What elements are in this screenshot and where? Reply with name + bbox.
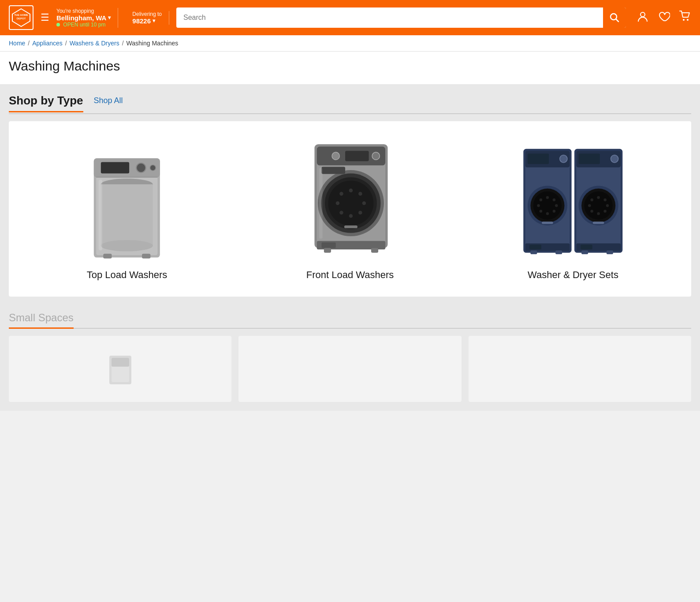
hamburger-menu-icon[interactable]: ☰ [41, 12, 49, 23]
small-spaces-title: Small Spaces [9, 312, 74, 329]
svg-rect-71 [579, 154, 600, 164]
store-info: You're shopping Bellingham, WA ▾ OPEN un… [56, 8, 118, 28]
small-spaces-section: Small Spaces [9, 311, 691, 402]
teaser-card-3[interactable] [469, 336, 691, 402]
top-load-washer-svg [34, 130, 220, 262]
svg-rect-66 [531, 250, 537, 254]
breadcrumb-sep-3: / [122, 40, 124, 47]
svg-rect-41 [322, 167, 346, 174]
svg-point-51 [560, 155, 567, 163]
cart-icon[interactable] [679, 10, 691, 25]
logo-icon: THE HOME DEPOT [11, 7, 32, 28]
svg-point-7 [683, 19, 685, 21]
svg-point-58 [555, 204, 558, 207]
svg-point-59 [553, 210, 555, 212]
zip-chevron-icon: ▾ [153, 18, 155, 24]
svg-point-8 [687, 19, 689, 21]
svg-rect-88 [607, 250, 613, 254]
svg-point-79 [606, 204, 609, 207]
favorites-icon[interactable] [658, 10, 670, 25]
page-title-area: Washing Machines [0, 52, 700, 84]
svg-rect-65 [529, 245, 541, 249]
svg-point-76 [591, 198, 593, 201]
shop-all-link[interactable]: Shop All [94, 96, 123, 109]
product-cards-grid: Top Load Washers [9, 121, 691, 297]
svg-point-77 [597, 196, 600, 199]
svg-point-37 [349, 214, 353, 218]
svg-rect-26 [345, 151, 369, 161]
svg-point-57 [553, 198, 555, 201]
breadcrumb-home[interactable]: Home [9, 40, 25, 47]
search-bar[interactable] [176, 7, 626, 28]
svg-rect-91 [112, 358, 129, 367]
svg-point-82 [591, 210, 593, 212]
svg-rect-67 [555, 250, 562, 254]
svg-rect-12 [101, 162, 129, 174]
svg-point-62 [537, 204, 540, 207]
product-card-washer-dryer-sets[interactable]: Washer & Dryer Sets [464, 130, 682, 288]
svg-rect-86 [581, 245, 592, 249]
breadcrumb-appliances[interactable]: Appliances [32, 40, 63, 47]
search-icon [610, 13, 619, 22]
svg-rect-20 [142, 254, 150, 259]
svg-point-39 [336, 201, 340, 205]
store-chevron-icon: ▾ [108, 15, 111, 21]
svg-point-78 [604, 198, 607, 201]
svg-rect-44 [324, 248, 331, 253]
washer-dryer-set-svg [480, 130, 666, 262]
product-card-front-load[interactable]: Front Load Washers [241, 130, 459, 288]
svg-rect-45 [371, 248, 378, 253]
svg-rect-19 [103, 254, 112, 259]
teaser-card-2[interactable] [238, 336, 461, 402]
svg-point-25 [332, 152, 339, 160]
zip-code[interactable]: 98226 ▾ [132, 17, 162, 25]
front-load-label: Front Load Washers [303, 262, 398, 288]
small-spaces-teaser [9, 336, 691, 402]
svg-point-14 [150, 165, 156, 171]
svg-point-80 [604, 210, 607, 212]
site-header: THE HOME DEPOT ☰ You're shopping Belling… [0, 0, 700, 35]
search-button[interactable] [603, 7, 626, 28]
page-title: Washing Machines [9, 59, 691, 74]
top-load-image [18, 130, 236, 262]
breadcrumb-current: Washing Machines [127, 40, 179, 47]
svg-point-34 [358, 192, 362, 196]
svg-point-72 [611, 155, 618, 163]
product-card-top-load[interactable]: Top Load Washers [18, 130, 236, 288]
search-input[interactable] [176, 14, 603, 22]
breadcrumb-sep-1: / [28, 40, 30, 47]
svg-rect-40 [344, 225, 357, 228]
store-name[interactable]: Bellingham, WA ▾ [56, 14, 111, 22]
small-appliance-icon [103, 347, 138, 391]
svg-text:DEPOT: DEPOT [17, 17, 26, 20]
account-icon[interactable] [637, 10, 649, 25]
svg-point-6 [640, 12, 645, 17]
svg-point-61 [540, 210, 542, 212]
svg-point-38 [339, 211, 343, 215]
svg-rect-46 [319, 168, 323, 239]
svg-rect-17 [101, 184, 153, 245]
svg-rect-63 [542, 222, 553, 224]
svg-point-56 [546, 196, 549, 199]
section-header: Shop by Type Shop All [9, 93, 691, 114]
breadcrumb: Home / Appliances / Washers & Dryers / W… [0, 35, 700, 52]
delivering-label: Delivering to [132, 11, 162, 17]
svg-rect-50 [528, 154, 549, 164]
top-load-label: Top Load Washers [83, 262, 171, 288]
svg-point-36 [358, 211, 362, 215]
section-title: Shop by Type [9, 94, 83, 112]
svg-rect-43 [322, 242, 336, 248]
teaser-card-1[interactable] [9, 336, 231, 402]
breadcrumb-sep-2: / [65, 40, 67, 47]
shopping-label: You're shopping [56, 8, 111, 14]
front-load-washer-svg [257, 130, 443, 262]
svg-text:THE HOME: THE HOME [14, 14, 28, 16]
front-load-image [241, 130, 459, 262]
svg-point-13 [136, 163, 145, 172]
svg-point-32 [339, 192, 343, 196]
svg-point-33 [349, 189, 353, 193]
main-content: Shop by Type Shop All [0, 84, 700, 411]
washer-dryer-image [464, 130, 682, 262]
breadcrumb-washers-dryers[interactable]: Washers & Dryers [70, 40, 119, 47]
home-depot-logo[interactable]: THE HOME DEPOT [9, 5, 34, 30]
